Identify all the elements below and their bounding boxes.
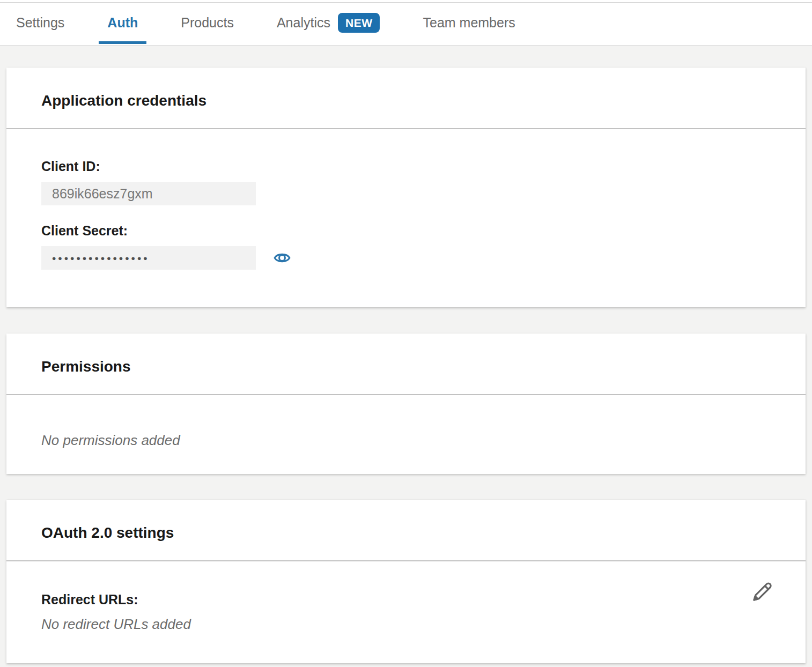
redirect-urls-label: Redirect URLs:	[41, 591, 771, 607]
pencil-icon[interactable]	[750, 580, 774, 604]
tab-products[interactable]: Products	[181, 0, 234, 45]
tab-products-label: Products	[181, 15, 234, 31]
tab-list: Settings Auth Products Analytics NEW Tea…	[0, 0, 812, 45]
application-credentials-body: Client ID: 869ik66esz7gxm Client Secret:…	[6, 129, 806, 270]
client-secret-masked-value: ••••••••••••••••	[52, 251, 150, 265]
permissions-card: Permissions No permissions added	[6, 334, 806, 474]
main-content: Application credentials Client ID: 869ik…	[0, 46, 812, 663]
tab-auth-label: Auth	[107, 15, 138, 31]
oauth-settings-title: OAuth 2.0 settings	[41, 524, 174, 542]
redirect-urls-empty-text: No redirect URLs added	[41, 616, 771, 633]
tab-settings-label: Settings	[16, 15, 64, 31]
client-id-value: 869ik66esz7gxm	[52, 186, 153, 202]
tab-analytics-label: Analytics	[277, 15, 330, 31]
oauth-settings-card: OAuth 2.0 settings Redirect URLs: No red…	[6, 500, 806, 663]
client-id-label: Client ID:	[41, 158, 771, 174]
application-credentials-title: Application credentials	[41, 92, 206, 109]
permissions-title: Permissions	[41, 358, 131, 375]
permissions-empty-text: No permissions added	[41, 432, 771, 449]
oauth-settings-header: OAuth 2.0 settings	[6, 500, 806, 561]
application-credentials-card: Application credentials Client ID: 869ik…	[6, 68, 806, 307]
tab-team-members-label: Team members	[423, 15, 515, 31]
client-secret-row: ••••••••••••••••	[41, 246, 771, 270]
oauth-settings-body: Redirect URLs: No redirect URLs added	[6, 561, 806, 633]
tab-bar: Settings Auth Products Analytics NEW Tea…	[0, 0, 812, 46]
tab-settings[interactable]: Settings	[16, 0, 64, 45]
client-secret-label: Client Secret:	[41, 223, 771, 239]
new-badge: NEW	[338, 13, 380, 33]
tab-analytics[interactable]: Analytics NEW	[277, 0, 380, 45]
tab-auth[interactable]: Auth	[107, 0, 138, 45]
tab-team-members[interactable]: Team members	[423, 0, 515, 45]
permissions-body: No permissions added	[6, 395, 806, 449]
client-id-field[interactable]: 869ik66esz7gxm	[41, 182, 256, 205]
client-secret-field[interactable]: ••••••••••••••••	[41, 246, 256, 270]
permissions-header: Permissions	[6, 334, 806, 395]
eye-icon[interactable]	[274, 249, 291, 266]
application-credentials-header: Application credentials	[6, 68, 806, 129]
